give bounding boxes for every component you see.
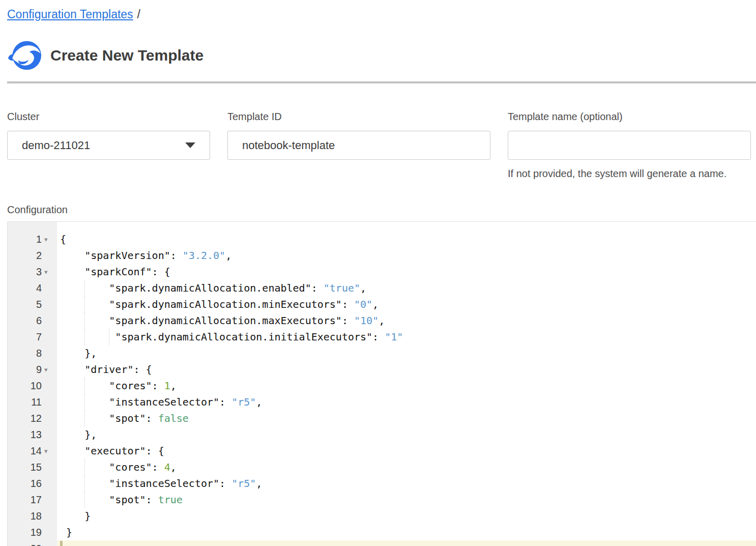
cluster-field: Cluster demo-211021 [7, 110, 210, 180]
indent-guide [84, 329, 85, 345]
line-number: 10 [8, 380, 42, 392]
indent-guide [84, 280, 85, 296]
cluster-label: Cluster [7, 110, 210, 123]
ocean-wave-logo [7, 40, 42, 71]
indent-guide [84, 475, 85, 492]
template-id-field: Template ID [227, 110, 490, 180]
code-line[interactable]: "cores": 1, [57, 378, 756, 394]
indent-guide [84, 378, 85, 394]
create-template-page: Configuration Templates/ Create New Temp… [0, 0, 756, 546]
line-number: 4 [8, 282, 42, 294]
line-number: 12 [8, 413, 42, 424]
template-name-helper-text: If not provided, the system will generat… [508, 167, 751, 180]
indent-guide [84, 296, 85, 312]
indent-guide [109, 329, 109, 345]
code-line[interactable]: } [57, 508, 756, 524]
line-number: 2 [8, 250, 42, 262]
line-number: 8 [8, 348, 42, 359]
line-number: 16 [8, 478, 42, 490]
code-line[interactable]: } [57, 524, 756, 540]
line-number: 5 [8, 299, 42, 310]
code-line[interactable]: "executor": { [57, 443, 756, 459]
indent-guide [84, 394, 85, 410]
code-line[interactable]: "instanceSelector": "r5", [57, 394, 756, 410]
chevron-down-icon [185, 142, 195, 148]
fold-arrow-icon[interactable]: ▾ [42, 236, 57, 243]
line-number: 19 [8, 527, 42, 538]
line-number: 13 [8, 429, 42, 441]
code-line[interactable]: "spot": true [57, 492, 756, 508]
breadcrumb: Configuration Templates/ [7, 7, 751, 21]
template-id-label: Template ID [227, 110, 490, 123]
code-line[interactable]: { [57, 231, 756, 247]
code-line[interactable]: "sparkConf": { [57, 264, 756, 280]
fold-arrow-icon[interactable]: ▾ [42, 268, 57, 276]
code-line[interactable]: "spark.dynamicAllocation.minExecutors": … [57, 296, 756, 312]
template-id-input[interactable] [227, 131, 490, 160]
text-cursor [60, 541, 63, 546]
line-number: 17 [8, 494, 42, 506]
code-line[interactable]: "spark.dynamicAllocation.maxExecutors": … [57, 312, 756, 329]
line-number: 20 [8, 543, 42, 546]
breadcrumb-link-configuration-templates[interactable]: Configuration Templates [7, 8, 133, 21]
template-name-field: Template name (optional) If not provided… [508, 110, 751, 180]
page-header: Create New Template [7, 40, 751, 71]
fold-arrow-icon[interactable]: ▾ [42, 366, 57, 373]
code-line[interactable]: "instanceSelector": "r5", [57, 475, 756, 492]
line-number: 3 [8, 266, 42, 278]
code-line[interactable]: "spot": false [57, 410, 756, 426]
line-number: 18 [8, 510, 42, 522]
template-name-input[interactable] [508, 131, 751, 160]
page-title: Create New Template [50, 47, 203, 64]
header-divider [7, 81, 756, 83]
configuration-editor[interactable]: 1▾23▾456789▾1011121314▾151617181920 { "s… [7, 221, 756, 546]
configuration-label: Configuration [7, 204, 751, 216]
code-line[interactable]: "sparkVersion": "3.2.0", [57, 247, 756, 264]
cluster-selected-value: demo-211021 [22, 139, 90, 152]
template-name-label: Template name (optional) [508, 110, 751, 123]
indent-guide [84, 312, 85, 329]
line-number: 1 [8, 234, 42, 245]
indent-guide [84, 492, 85, 508]
template-form: Cluster demo-211021 Template ID Template… [7, 110, 751, 180]
code-line[interactable]: "spark.dynamicAllocation.initialExecutor… [57, 329, 756, 345]
line-number: 14 [8, 445, 42, 457]
editor-gutter: 1▾23▾456789▾1011121314▾151617181920 [8, 222, 57, 546]
indent-guide [84, 459, 85, 475]
code-line[interactable]: }, [57, 426, 756, 443]
editor-code[interactable]: { "sparkVersion": "3.2.0", "sparkConf": … [57, 222, 756, 546]
line-number: 9 [8, 364, 42, 376]
breadcrumb-separator: / [137, 8, 140, 21]
line-number: 7 [8, 331, 42, 343]
code-line[interactable]: "cores": 4, [57, 459, 756, 475]
fold-arrow-icon[interactable]: ▾ [42, 447, 57, 455]
line-number: 15 [8, 462, 42, 473]
cluster-select[interactable]: demo-211021 [7, 131, 210, 160]
code-line[interactable]: "driver": { [57, 361, 756, 378]
indent-guide [84, 410, 85, 426]
code-line[interactable] [57, 540, 756, 546]
code-line[interactable]: "spark.dynamicAllocation.enabled": "true… [57, 280, 756, 296]
line-number: 6 [8, 315, 42, 327]
code-line[interactable]: }, [57, 345, 756, 361]
line-number: 11 [8, 396, 42, 408]
